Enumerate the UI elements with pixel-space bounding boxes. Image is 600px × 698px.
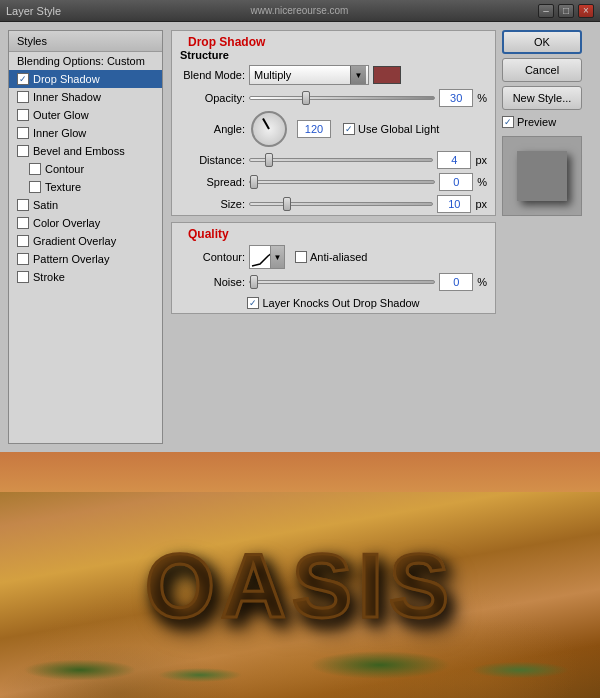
new-style-button[interactable]: New Style... [502, 86, 582, 110]
title-bar-url: www.nicereourse.com [251, 5, 349, 16]
drop-shadow-section: Drop Shadow Structure Blend Mode: Multip… [171, 30, 496, 216]
opacity-unit: % [477, 92, 487, 104]
angle-input[interactable]: 120 [297, 120, 331, 138]
gradient-overlay-checkbox[interactable] [17, 235, 29, 247]
pattern-overlay-checkbox[interactable] [17, 253, 29, 265]
sidebar-item-inner-shadow[interactable]: Inner Shadow [9, 88, 162, 106]
ok-button[interactable]: OK [502, 30, 582, 54]
cancel-button[interactable]: Cancel [502, 58, 582, 82]
outer-glow-checkbox[interactable] [17, 109, 29, 121]
layer-knocks-checkbox[interactable] [247, 297, 259, 309]
layer-knocks-label[interactable]: Layer Knocks Out Drop Shadow [247, 297, 419, 309]
anti-aliased-checkbox[interactable] [295, 251, 307, 263]
opacity-slider-thumb[interactable] [302, 91, 310, 105]
contour-label: Contour: [180, 251, 245, 263]
inner-shadow-checkbox[interactable] [17, 91, 29, 103]
satin-label: Satin [33, 199, 58, 211]
distance-unit: px [475, 154, 487, 166]
inner-shadow-label: Inner Shadow [33, 91, 101, 103]
size-slider-container [249, 202, 433, 206]
opacity-input[interactable]: 30 [439, 89, 473, 107]
sidebar-item-contour[interactable]: Contour [9, 160, 162, 178]
shadow-color-swatch[interactable] [373, 66, 401, 84]
size-unit: px [475, 198, 487, 210]
sidebar-item-bevel-emboss[interactable]: Bevel and Emboss [9, 142, 162, 160]
noise-slider-container [249, 280, 435, 284]
styles-panel: Styles Blending Options: Custom Drop Sha… [8, 30, 163, 444]
inner-glow-checkbox[interactable] [17, 127, 29, 139]
preview-label[interactable]: Preview [502, 116, 592, 128]
preview-square [517, 151, 567, 201]
spread-input[interactable]: 0 [439, 173, 473, 191]
green-patches [0, 650, 600, 690]
title-bar-text: Layer Style [6, 5, 61, 17]
use-global-light-checkbox[interactable] [343, 123, 355, 135]
preview-text: Preview [517, 116, 556, 128]
sidebar-item-gradient-overlay[interactable]: Gradient Overlay [9, 232, 162, 250]
noise-slider-track[interactable] [249, 280, 435, 284]
sidebar-item-inner-glow[interactable]: Inner Glow [9, 124, 162, 142]
sidebar-item-blending-options[interactable]: Blending Options: Custom [9, 52, 162, 70]
drop-shadow-checkbox[interactable] [17, 73, 29, 85]
layer-knocks-row: Layer Knocks Out Drop Shadow [172, 293, 495, 313]
sidebar-item-outer-glow[interactable]: Outer Glow [9, 106, 162, 124]
opacity-row: Opacity: 30 % [172, 87, 495, 109]
sidebar-item-texture[interactable]: Texture [9, 178, 162, 196]
blend-mode-arrow[interactable]: ▼ [350, 66, 366, 84]
layer-knocks-text: Layer Knocks Out Drop Shadow [262, 297, 419, 309]
noise-input[interactable]: 0 [439, 273, 473, 291]
size-slider-thumb[interactable] [283, 197, 291, 211]
outer-glow-label: Outer Glow [33, 109, 89, 121]
spread-row: Spread: 0 % [172, 171, 495, 193]
close-button[interactable]: × [578, 4, 594, 18]
size-label: Size: [180, 198, 245, 210]
angle-dial[interactable] [251, 111, 287, 147]
noise-label: Noise: [180, 276, 245, 288]
anti-aliased-label[interactable]: Anti-aliased [295, 251, 367, 263]
inner-glow-label: Inner Glow [33, 127, 86, 139]
size-slider-track[interactable] [249, 202, 433, 206]
right-panel: OK Cancel New Style... Preview [502, 30, 592, 444]
contour-preview[interactable]: ▼ [249, 245, 285, 269]
sidebar-item-satin[interactable]: Satin [9, 196, 162, 214]
angle-row: Angle: 120 Use Global Light [172, 109, 495, 149]
contour-label: Contour [45, 163, 84, 175]
minimize-button[interactable]: – [538, 4, 554, 18]
maximize-button[interactable]: □ [558, 4, 574, 18]
contour-checkbox[interactable] [29, 163, 41, 175]
pattern-overlay-label: Pattern Overlay [33, 253, 109, 265]
styles-header: Styles [9, 31, 162, 52]
spread-slider-thumb[interactable] [250, 175, 258, 189]
layer-style-dialog: Styles Blending Options: Custom Drop Sha… [0, 22, 600, 452]
sidebar-item-color-overlay[interactable]: Color Overlay [9, 214, 162, 232]
sidebar-item-stroke[interactable]: Stroke [9, 268, 162, 286]
spread-slider-track[interactable] [249, 180, 435, 184]
use-global-light-label[interactable]: Use Global Light [343, 123, 439, 135]
opacity-slider-track[interactable] [249, 96, 435, 100]
distance-slider-thumb[interactable] [265, 153, 273, 167]
noise-slider-thumb[interactable] [250, 275, 258, 289]
bevel-emboss-checkbox[interactable] [17, 145, 29, 157]
satin-checkbox[interactable] [17, 199, 29, 211]
spread-label: Spread: [180, 176, 245, 188]
blend-mode-select[interactable]: Multiply ▼ [249, 65, 369, 85]
preview-checkbox[interactable] [502, 116, 514, 128]
distance-slider-track[interactable] [249, 158, 433, 162]
drop-shadow-section-title: Drop Shadow [180, 33, 273, 49]
texture-label: Texture [45, 181, 81, 193]
sidebar-item-drop-shadow[interactable]: Drop Shadow [9, 70, 162, 88]
stroke-checkbox[interactable] [17, 271, 29, 283]
texture-checkbox[interactable] [29, 181, 41, 193]
sidebar-item-pattern-overlay[interactable]: Pattern Overlay [9, 250, 162, 268]
size-input[interactable]: 10 [437, 195, 471, 213]
drop-shadow-label: Drop Shadow [33, 73, 100, 85]
preview-area [502, 136, 582, 216]
noise-row: Noise: 0 % [172, 271, 495, 293]
blend-mode-value: Multiply [252, 69, 291, 81]
size-row: Size: 10 px [172, 193, 495, 215]
distance-label: Distance: [180, 154, 245, 166]
quality-section: Quality Contour: ▼ Anti-a [171, 222, 496, 314]
distance-input[interactable]: 4 [437, 151, 471, 169]
color-overlay-checkbox[interactable] [17, 217, 29, 229]
contour-dropdown-arrow[interactable]: ▼ [270, 246, 284, 268]
